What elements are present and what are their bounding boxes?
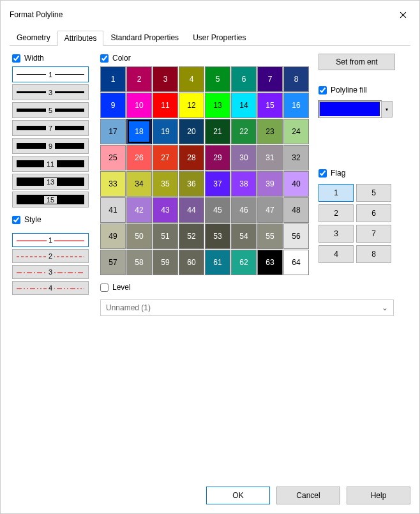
flag-button-2[interactable]: 2 [319, 204, 354, 222]
color-swatch-18[interactable]: 18 [126, 119, 152, 144]
width-option-5[interactable]: 5 [12, 102, 89, 118]
color-swatch-41[interactable]: 41 [100, 197, 126, 223]
flag-button-3[interactable]: 3 [319, 225, 354, 243]
color-swatch-28[interactable]: 28 [179, 145, 204, 170]
color-swatch-38[interactable]: 38 [231, 171, 257, 197]
color-swatch-10[interactable]: 10 [126, 93, 152, 118]
color-swatch-29[interactable]: 29 [205, 145, 230, 170]
color-swatch-46[interactable]: 46 [231, 197, 257, 223]
help-button[interactable]: Help [347, 487, 410, 504]
close-button[interactable] [391, 6, 414, 24]
style-option-3[interactable]: 3 [12, 265, 89, 279]
color-swatch-36[interactable]: 36 [179, 171, 204, 197]
color-swatch-24[interactable]: 24 [283, 119, 309, 144]
width-option-1[interactable]: 1 [12, 66, 89, 82]
flag-button-5[interactable]: 5 [356, 184, 391, 202]
width-option-3[interactable]: 3 [12, 84, 89, 100]
style-checkbox[interactable]: Style [12, 215, 41, 224]
color-swatch-58[interactable]: 58 [126, 250, 152, 275]
color-swatch-60[interactable]: 60 [179, 250, 204, 275]
level-checkbox[interactable]: Level [100, 283, 311, 292]
color-swatch-1[interactable]: 1 [100, 66, 126, 92]
fill-color-swatch[interactable] [319, 101, 381, 117]
color-swatch-37[interactable]: 37 [205, 171, 230, 197]
color-swatch-22[interactable]: 22 [231, 119, 257, 144]
color-swatch-2[interactable]: 2 [126, 66, 152, 92]
set-from-ent-button[interactable]: Set from ent [319, 54, 395, 70]
color-swatch-52[interactable]: 52 [179, 223, 204, 249]
color-swatch-23[interactable]: 23 [257, 119, 283, 144]
color-swatch-64[interactable]: 64 [283, 250, 309, 275]
color-swatch-21[interactable]: 21 [205, 119, 230, 144]
color-swatch-6[interactable]: 6 [231, 66, 257, 92]
color-swatch-54[interactable]: 54 [231, 223, 257, 249]
style-option-2[interactable]: 2 [12, 249, 89, 263]
width-option-7[interactable]: 7 [12, 120, 89, 136]
width-option-9[interactable]: 9 [12, 138, 89, 154]
color-checkbox[interactable]: Color [100, 54, 131, 63]
tab-standard-properties[interactable]: Standard Properties [103, 30, 186, 45]
color-swatch-47[interactable]: 47 [257, 197, 283, 223]
width-option-15[interactable]: 15 [12, 192, 89, 208]
color-swatch-42[interactable]: 42 [126, 197, 152, 223]
color-swatch-17[interactable]: 17 [100, 119, 126, 144]
color-swatch-62[interactable]: 62 [231, 250, 257, 275]
width-checkbox[interactable]: Width [12, 54, 44, 63]
color-swatch-26[interactable]: 26 [126, 145, 152, 170]
tab-user-properties[interactable]: User Properties [186, 30, 253, 45]
color-swatch-50[interactable]: 50 [126, 223, 152, 249]
color-swatch-4[interactable]: 4 [179, 66, 204, 92]
color-swatch-34[interactable]: 34 [126, 171, 152, 197]
color-swatch-25[interactable]: 25 [100, 145, 126, 170]
flag-button-8[interactable]: 8 [356, 245, 391, 263]
color-swatch-57[interactable]: 57 [100, 250, 126, 275]
color-swatch-20[interactable]: 20 [179, 119, 204, 144]
flag-button-4[interactable]: 4 [319, 245, 354, 263]
color-swatch-8[interactable]: 8 [283, 66, 309, 92]
flag-button-1[interactable]: 1 [319, 184, 354, 202]
color-swatch-45[interactable]: 45 [205, 197, 230, 223]
color-swatch-63[interactable]: 63 [257, 250, 283, 275]
color-swatch-56[interactable]: 56 [283, 223, 309, 249]
color-swatch-59[interactable]: 59 [153, 250, 178, 275]
style-option-4[interactable]: 4 [12, 281, 89, 295]
color-swatch-32[interactable]: 32 [283, 145, 309, 170]
polyline-fill-checkbox[interactable]: Polyline fill [319, 86, 367, 94]
color-swatch-16[interactable]: 16 [283, 93, 309, 118]
color-swatch-7[interactable]: 7 [257, 66, 283, 92]
flag-checkbox[interactable]: Flag [319, 169, 345, 178]
color-swatch-55[interactable]: 55 [257, 223, 283, 249]
color-swatch-43[interactable]: 43 [153, 197, 178, 223]
color-swatch-19[interactable]: 19 [153, 119, 178, 144]
color-swatch-51[interactable]: 51 [153, 223, 178, 249]
color-swatch-30[interactable]: 30 [231, 145, 257, 170]
flag-button-7[interactable]: 7 [356, 225, 391, 243]
cancel-button[interactable]: Cancel [276, 487, 340, 504]
color-swatch-61[interactable]: 61 [205, 250, 230, 275]
color-swatch-35[interactable]: 35 [153, 171, 178, 197]
color-swatch-13[interactable]: 13 [205, 93, 230, 118]
color-swatch-11[interactable]: 11 [153, 93, 178, 118]
flag-button-6[interactable]: 6 [356, 204, 391, 222]
color-swatch-15[interactable]: 15 [257, 93, 283, 118]
color-swatch-31[interactable]: 31 [257, 145, 283, 170]
color-swatch-9[interactable]: 9 [100, 93, 126, 118]
style-option-1[interactable]: 1 [12, 233, 89, 247]
tab-attributes[interactable]: Attributes [57, 31, 104, 46]
color-swatch-40[interactable]: 40 [283, 171, 309, 197]
color-swatch-12[interactable]: 12 [179, 93, 204, 118]
color-swatch-3[interactable]: 3 [153, 66, 178, 92]
color-swatch-48[interactable]: 48 [283, 197, 309, 223]
fill-color-dropdown[interactable]: ▾ [381, 101, 393, 117]
width-option-11[interactable]: 11 [12, 156, 89, 172]
color-swatch-14[interactable]: 14 [231, 93, 257, 118]
color-swatch-53[interactable]: 53 [205, 223, 230, 249]
width-option-13[interactable]: 13 [12, 174, 89, 190]
color-swatch-39[interactable]: 39 [257, 171, 283, 197]
tab-geometry[interactable]: Geometry [10, 30, 57, 45]
color-swatch-5[interactable]: 5 [205, 66, 230, 92]
ok-button[interactable]: OK [206, 487, 270, 504]
color-swatch-27[interactable]: 27 [153, 145, 178, 170]
color-swatch-49[interactable]: 49 [100, 223, 126, 249]
color-swatch-33[interactable]: 33 [100, 171, 126, 197]
